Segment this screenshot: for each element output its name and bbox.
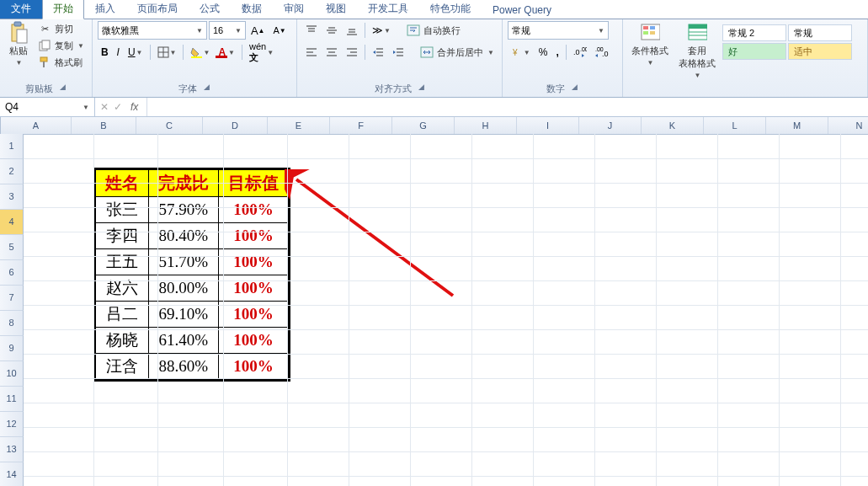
table-cell[interactable]: 88.60% [148,354,218,380]
table-row[interactable]: 张三57.90%100% [96,197,289,223]
row-header[interactable]: 9 [0,336,24,361]
table-cell[interactable]: 80.00% [148,275,218,302]
table-cell[interactable]: 100% [218,223,288,249]
indent-increase-button[interactable] [389,43,407,61]
inc-decimal-button[interactable]: .0.00 [570,43,590,61]
table-cell[interactable]: 张三 [96,197,149,223]
table-cell[interactable]: 100% [218,275,288,302]
col-header[interactable]: I [517,117,579,134]
format-painter-button[interactable]: 格式刷 [35,55,87,70]
table-row[interactable]: 李四80.40%100% [96,223,289,249]
phonetic-button[interactable]: wén文▼ [246,43,277,61]
row-header[interactable]: 4 [0,210,24,235]
align-bottom-button[interactable] [343,21,361,40]
cut-button[interactable]: ✂剪切 [35,21,87,36]
table-cell[interactable]: 100% [218,249,288,275]
table-cell[interactable]: 王五 [96,249,149,275]
indent-decrease-button[interactable] [369,43,387,61]
row-header[interactable]: 5 [0,235,24,260]
table-cell[interactable]: 57.90% [148,197,218,223]
tab-powerquery[interactable]: Power Query [482,1,562,19]
row-header[interactable]: 2 [0,159,24,184]
tab-review[interactable]: 审阅 [273,0,315,19]
col-header[interactable]: B [72,117,136,134]
row-header[interactable]: 3 [0,184,24,210]
grow-font-button[interactable]: A▲ [248,21,269,40]
spreadsheet-grid[interactable]: ABCDEFGHIJKLMN 1234567891011121314 姓名 完成… [0,117,868,486]
bold-button[interactable]: B [98,43,112,61]
italic-button[interactable]: I [114,43,123,61]
font-color-button[interactable]: A▼ [215,43,238,61]
wrap-text-button[interactable]: 自动换行 [404,23,463,38]
row-header[interactable]: 8 [0,311,24,336]
table-row[interactable]: 汪含88.60%100% [96,354,289,380]
formula-input[interactable] [147,98,868,116]
col-header[interactable]: J [579,117,642,134]
table-cell[interactable]: 100% [218,328,288,354]
tab-file[interactable]: 文件 [0,0,42,19]
table-row[interactable]: 杨晓61.40%100% [96,328,289,354]
table-cell[interactable]: 61.40% [148,328,218,354]
col-header[interactable]: F [330,117,392,134]
row-header[interactable]: 1 [0,134,24,159]
percent-button[interactable]: % [535,43,551,61]
row-header[interactable]: 12 [0,412,24,437]
currency-button[interactable]: ¥▼ [508,43,534,61]
tab-formulas[interactable]: 公式 [189,0,231,19]
tab-data[interactable]: 数据 [231,0,273,19]
tab-home[interactable]: 开始 [42,0,84,19]
row-header[interactable]: 10 [0,361,24,387]
table-cell[interactable]: 100% [218,354,288,380]
table-row[interactable]: 赵六80.00%100% [96,275,289,302]
col-header[interactable]: G [392,117,455,134]
table-cell[interactable]: 杨晓 [96,328,149,354]
border-button[interactable]: ▼ [154,43,180,61]
dialog-launcher-icon[interactable]: ◢ [572,83,578,95]
tab-insert[interactable]: 插入 [84,0,126,19]
col-header[interactable]: L [704,117,766,134]
dec-decimal-button[interactable]: .00.0 [592,43,612,61]
row-header[interactable]: 11 [0,387,24,412]
row-header[interactable]: 6 [0,260,24,286]
tab-view[interactable]: 视图 [315,0,357,19]
fill-color-button[interactable]: ▼ [187,43,213,61]
number-format-select[interactable]: 常规▼ [508,21,609,40]
col-header[interactable]: D [203,117,268,134]
font-size-select[interactable]: 16▼ [209,21,246,40]
shrink-font-button[interactable]: A▼ [270,21,290,40]
align-right-button[interactable] [343,43,361,61]
table-cell[interactable]: 80.40% [148,223,218,249]
row-header[interactable]: 7 [0,286,24,311]
table-row[interactable]: 王五51.70%100% [96,249,289,275]
dialog-launcher-icon[interactable]: ◢ [60,83,66,95]
align-top-button[interactable] [302,21,321,40]
table-cell[interactable]: 汪含 [96,354,149,380]
orientation-button[interactable]: ≫▼ [369,21,394,40]
paste-button[interactable]: 粘贴 ▼ [5,21,32,68]
col-header[interactable]: K [642,117,704,134]
tab-dev[interactable]: 开发工具 [357,0,419,19]
col-header[interactable]: C [136,117,203,134]
fx-icon[interactable]: fx [127,101,141,113]
col-header[interactable]: E [268,117,330,134]
table-cell[interactable]: 100% [218,197,288,223]
dialog-launcher-icon[interactable]: ◢ [204,83,210,95]
comma-button[interactable]: , [552,43,562,61]
align-left-button[interactable] [302,43,321,61]
col-header[interactable]: M [766,117,828,134]
underline-button[interactable]: U▼ [125,43,146,61]
table-format-button[interactable]: 套用 表格格式▼ [675,21,719,81]
style-neutral[interactable]: 适中 [788,43,852,60]
table-cell[interactable]: 51.70% [148,249,218,275]
tab-layout[interactable]: 页面布局 [126,0,189,19]
table-cell[interactable]: 李四 [96,223,149,249]
style-normal[interactable]: 常规 [788,24,852,41]
conditional-format-button[interactable]: 条件格式▼ [628,21,672,68]
copy-button[interactable]: 复制▼ [35,38,87,53]
dialog-launcher-icon[interactable]: ◢ [418,83,424,95]
font-name-select[interactable]: 微软雅黑▼ [98,21,207,40]
merge-center-button[interactable]: 合并后居中▼ [418,45,497,60]
align-center-button[interactable] [322,43,341,61]
table-cell[interactable]: 赵六 [96,275,149,302]
style-good[interactable]: 好 [722,43,786,60]
